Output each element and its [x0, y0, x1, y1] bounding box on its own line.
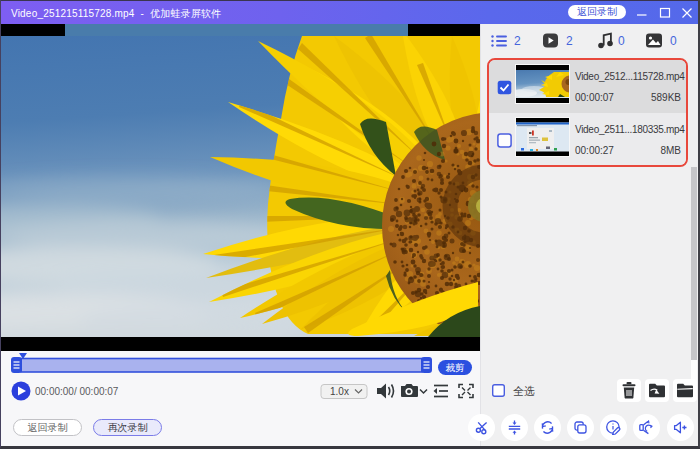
svg-text:全选: 全选	[513, 385, 535, 397]
svg-text:0: 0	[670, 34, 677, 48]
svg-text:2: 2	[514, 34, 521, 48]
svg-text:2: 2	[566, 34, 573, 48]
svg-text:00:00:00/ 00:00:07: 00:00:00/ 00:00:07	[35, 386, 119, 397]
svg-text:裁剪: 裁剪	[446, 362, 466, 373]
svg-text:1.0x: 1.0x	[330, 386, 349, 397]
svg-text:0: 0	[618, 34, 625, 48]
